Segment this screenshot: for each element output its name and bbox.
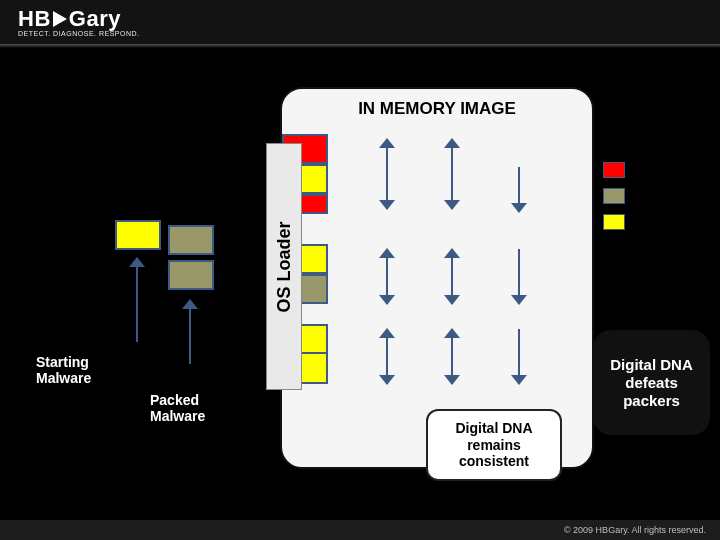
arrow-to-packed: [189, 300, 191, 364]
logo-triangle-icon: [53, 11, 67, 27]
packed-block-1: [168, 225, 214, 255]
arrow-c-r-top: [511, 167, 527, 212]
arrow-b-c-top: [444, 139, 460, 209]
legend-decrypted: Decrypted Original: [603, 214, 695, 244]
footer: © 2009 HBGary. All rights reserved.: [0, 520, 720, 540]
swatch-olive: [603, 188, 625, 204]
header-bar: HBGary DETECT. DIAGNOSE. RESPOND.: [0, 0, 720, 48]
memory-panel-title: IN MEMORY IMAGE: [282, 99, 592, 119]
arrow-a-b-mid: [379, 249, 395, 304]
legend-packer1-label: Packer #1: [631, 163, 692, 178]
header-underglow: [0, 44, 720, 48]
label-starting: Starting Malware: [36, 354, 91, 386]
arrow-b-c-bot: [444, 329, 460, 384]
legend-packer2: Packer #2: [603, 188, 692, 204]
os-loader-label: OS Loader: [274, 221, 295, 312]
footer-text: © 2009 HBGary. All rights reserved.: [564, 525, 706, 535]
arrow-a-b-top: [379, 139, 395, 209]
logo-part2: Gary: [69, 6, 121, 31]
arrow-c-r-mid: [511, 249, 527, 304]
dna-defeats-pill: Digital DNA defeats packers: [593, 330, 710, 435]
swatch-red: [603, 162, 625, 178]
arrow-b-c-mid: [444, 249, 460, 304]
arrow-a-b-bot: [379, 329, 395, 384]
starting-block: [115, 220, 161, 250]
label-packed: Packed Malware: [150, 392, 205, 424]
dna-consistent-box: Digital DNA remains consistent: [426, 409, 562, 481]
dna-consistent-label: Digital DNA remains consistent: [456, 420, 533, 470]
legend-packer2-label: Packer #2: [631, 189, 692, 204]
legend-decrypted-label: Decrypted Original: [631, 214, 695, 244]
packed-block-2: [168, 260, 214, 290]
os-loader-bar: OS Loader: [266, 143, 302, 390]
legend-packer1: Packer #1: [603, 162, 692, 178]
arrow-to-starting: [136, 258, 138, 342]
arrow-c-r-bot: [511, 329, 527, 384]
logo-part1: HB: [18, 6, 51, 31]
swatch-yellow: [603, 214, 625, 230]
tagline: DETECT. DIAGNOSE. RESPOND.: [18, 30, 140, 37]
dna-defeats-label: Digital DNA defeats packers: [610, 356, 693, 410]
